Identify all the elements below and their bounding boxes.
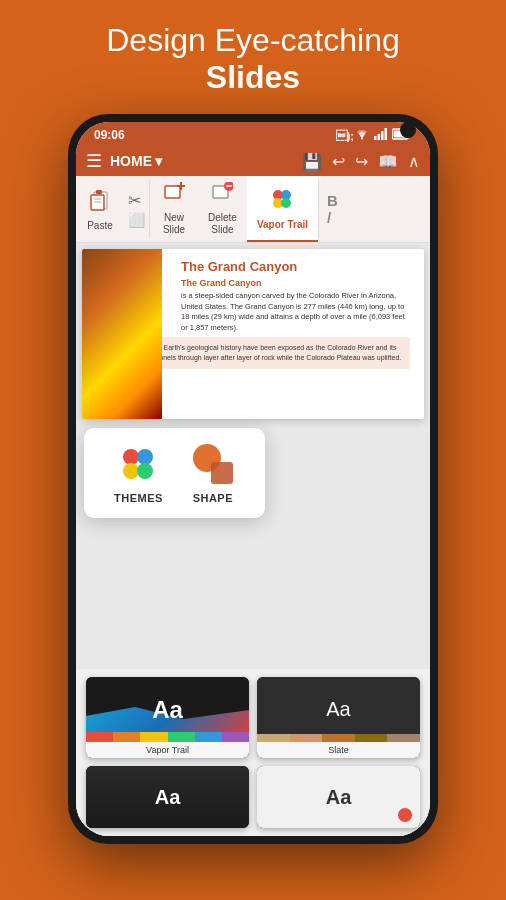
delete-slide-icon (211, 182, 233, 209)
new-slide-icon (163, 182, 185, 209)
redo-icon[interactable]: ↪ (355, 152, 368, 171)
vapor-trail-label: Vapor Trail (86, 742, 249, 758)
toolbar-left: ☰ HOME ▾ (86, 150, 294, 172)
slate-label: Slate (257, 742, 420, 758)
new-slide-label: NewSlide (163, 212, 185, 236)
cut-icon[interactable]: ✂ (128, 191, 145, 210)
header-line2: Slides (106, 59, 399, 96)
header-line1: Design Eye-catching (106, 22, 399, 59)
slide-container: The Grand Canyon The Grand Canyon is a s… (82, 249, 424, 419)
vapor-trail-preview: Aa (86, 677, 249, 742)
popup-shape-label: SHAPE (193, 492, 233, 504)
ribbon: Paste ✂ ⬜ NewSlide (76, 176, 430, 243)
themes-ribbon-icon (270, 187, 294, 216)
dark-aa-text: Aa (155, 786, 181, 809)
ribbon-new-slide[interactable]: NewSlide (150, 176, 198, 242)
book-icon[interactable]: 📖 (378, 152, 398, 171)
popup-themes-icon (116, 442, 160, 486)
camera-notch (400, 122, 416, 138)
popup-themes[interactable]: THEMES (100, 442, 177, 504)
theme-cards-row2: Aa Aa (76, 766, 430, 836)
light-dot (398, 808, 412, 822)
svg-point-22 (281, 198, 291, 208)
popup-menu: THEMES SHAPE (84, 428, 265, 518)
shape-rect (211, 462, 233, 484)
slide-subtitle: The Grand Canyon (181, 278, 410, 288)
status-time: 09:06 (94, 128, 125, 142)
svg-rect-3 (381, 131, 384, 140)
wifi-icon: ); (336, 128, 370, 142)
theme-card-dark[interactable]: Aa (86, 766, 249, 828)
italic-button[interactable]: / (327, 210, 338, 225)
svg-point-25 (123, 463, 139, 479)
undo-icon[interactable]: ↩ (332, 152, 345, 171)
menu-icon[interactable]: ☰ (86, 150, 102, 172)
dropdown-arrow: ▾ (155, 153, 162, 169)
collapse-icon[interactable]: ∧ (408, 152, 420, 171)
vapor-trail-colors (86, 732, 249, 742)
svg-rect-10 (96, 190, 102, 194)
svg-rect-13 (165, 186, 180, 198)
ribbon-format-buttons: B / (319, 176, 346, 242)
slate-colors (257, 734, 420, 742)
svg-rect-2 (378, 134, 381, 140)
dark-preview: Aa (86, 766, 249, 828)
theme-cards-row1: Aa Vapor Trail Aa (76, 669, 430, 766)
paste-icon (89, 188, 111, 217)
toolbar-right: 💾 ↩ ↪ 📖 ∧ (302, 152, 420, 171)
svg-rect-4 (385, 128, 388, 140)
paste-label: Paste (87, 220, 113, 231)
slate-preview: Aa (257, 677, 420, 742)
popup-shape-icon (191, 442, 235, 486)
svg-point-24 (137, 449, 153, 465)
light-preview: Aa (257, 766, 420, 828)
app-header: Design Eye-catching Slides (86, 0, 419, 114)
theme-card-slate[interactable]: Aa Slate (257, 677, 420, 758)
svg-point-23 (123, 449, 139, 465)
phone-shell: 09:06 ); ☰ HOME ▾ 💾 ↩ ↪ 📖 ∧ (68, 114, 438, 844)
ribbon-paste[interactable]: Paste (76, 176, 124, 242)
svg-point-26 (137, 463, 153, 479)
ribbon-delete-slide[interactable]: DeleteSlide (198, 176, 247, 242)
ribbon-themes[interactable]: Vapor Trail (247, 176, 318, 242)
theme-card-vapor-trail[interactable]: Aa Vapor Trail (86, 677, 249, 758)
slide-body1: is a steep-sided canyon carved by the Co… (181, 291, 410, 333)
phone-screen: 09:06 ); ☰ HOME ▾ 💾 ↩ ↪ 📖 ∧ (76, 122, 430, 836)
copy-icon[interactable]: ⬜ (128, 212, 145, 228)
bold-button[interactable]: B (327, 193, 338, 208)
themes-label: Vapor Trail (257, 219, 308, 230)
slide-title: The Grand Canyon (181, 259, 410, 274)
light-aa-text: Aa (326, 786, 352, 809)
slide-content: The Grand Canyon The Grand Canyon is a s… (181, 259, 410, 333)
popup-shape[interactable]: SHAPE (177, 442, 249, 504)
slide-image (82, 249, 162, 419)
popup-themes-label: THEMES (114, 492, 163, 504)
signal-icon (374, 128, 388, 142)
svg-point-0 (361, 138, 363, 140)
status-bar: 09:06 ); (76, 122, 430, 146)
slate-aa-text: Aa (326, 698, 350, 721)
vapor-aa-text: Aa (152, 696, 183, 724)
home-menu[interactable]: HOME ▾ (110, 153, 162, 169)
slide-preview-area: The Grand Canyon The Grand Canyon is a s… (76, 243, 430, 669)
main-content-area: The Grand Canyon The Grand Canyon is a s… (76, 243, 430, 836)
svg-rect-1 (374, 136, 377, 140)
delete-slide-label: DeleteSlide (208, 212, 237, 236)
main-toolbar: ☰ HOME ▾ 💾 ↩ ↪ 📖 ∧ (76, 146, 430, 176)
theme-card-light[interactable]: Aa (257, 766, 420, 828)
save-icon[interactable]: 💾 (302, 152, 322, 171)
